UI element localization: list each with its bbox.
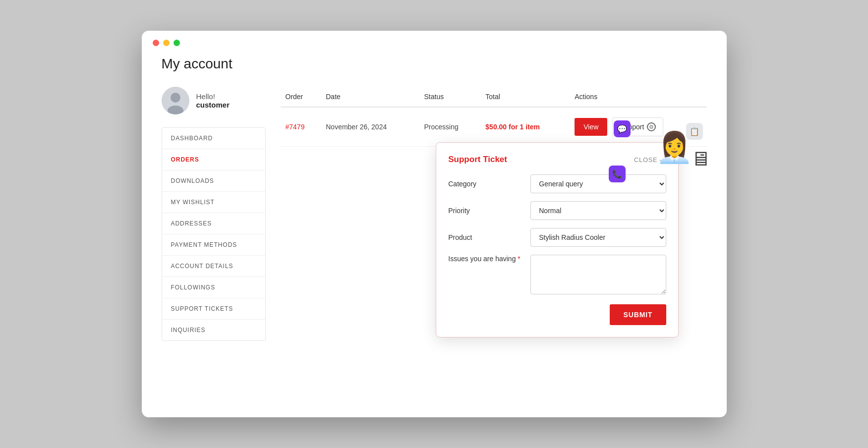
nav-menu: DASHBOARD ORDERS DOWNLOADS MY WISHLIST A… xyxy=(162,127,266,341)
product-row: Product Stylish Radius Cooler Other Prod… xyxy=(448,228,666,247)
actions-cell: View Support ⚙ 💬 xyxy=(575,117,701,136)
support-button-label: Support xyxy=(620,123,644,131)
issues-row: Issues you are having * xyxy=(448,255,666,294)
sidebar-item-account-details[interactable]: ACCOUNT DETAILS xyxy=(162,256,265,277)
title-bar xyxy=(142,31,727,51)
computer: 🖥 xyxy=(691,148,710,170)
username: customer xyxy=(196,101,230,109)
priority-row: Priority Low Normal High Urgent xyxy=(448,201,666,220)
app-window: My account Hello! customer DASHBOARD xyxy=(142,31,727,417)
sidebar-item-payment-methods[interactable]: PAYMENT METHODS xyxy=(162,234,265,256)
sidebar-item-wishlist[interactable]: MY WISHLIST xyxy=(162,192,265,213)
col-date: Date xyxy=(321,87,419,107)
col-status: Status xyxy=(419,87,481,107)
document-icon: 📋 xyxy=(686,123,703,140)
category-select[interactable]: General query Technical issue Billing Ot… xyxy=(530,174,666,193)
user-info: Hello! customer xyxy=(196,92,230,109)
priority-label: Priority xyxy=(448,207,522,215)
content-area: Hello! customer DASHBOARD ORDERS DOWNLOA… xyxy=(142,87,727,341)
sidebar-item-orders[interactable]: ORDERS xyxy=(162,149,265,170)
sidebar: Hello! customer DASHBOARD ORDERS DOWNLOA… xyxy=(162,87,266,341)
product-label: Product xyxy=(448,233,522,241)
orders-table: Order Date Status Total Actions #7479 No… xyxy=(281,87,707,147)
required-marker: * xyxy=(518,255,520,263)
order-number[interactable]: #7479 xyxy=(286,123,305,131)
order-total: $50.00 for 1 item xyxy=(485,123,540,131)
greeting: Hello! xyxy=(196,92,230,101)
main-content: Order Date Status Total Actions #7479 No… xyxy=(281,87,707,341)
close-dot[interactable] xyxy=(153,40,159,46)
svg-point-1 xyxy=(171,93,180,103)
sidebar-item-addresses[interactable]: ADDRESSES xyxy=(162,213,265,234)
minimize-dot[interactable] xyxy=(163,40,170,46)
table-row: #7479 November 26, 2024 Processing $50.0… xyxy=(281,107,707,147)
priority-select[interactable]: Low Normal High Urgent xyxy=(530,201,666,220)
sidebar-item-support-tickets[interactable]: SUPPORT TICKETS xyxy=(162,298,265,320)
order-date: November 26, 2024 xyxy=(321,107,419,147)
panel-title: Support Ticket xyxy=(448,155,507,165)
close-button[interactable]: CLOSE — xyxy=(634,156,666,164)
sidebar-item-dashboard[interactable]: DASHBOARD xyxy=(162,128,265,149)
panel-header: Support Ticket CLOSE — xyxy=(448,155,666,165)
category-label: Category xyxy=(448,180,522,188)
maximize-dot[interactable] xyxy=(174,40,180,46)
sidebar-item-inquiries[interactable]: INQUIRIES xyxy=(162,320,265,340)
category-row: Category General query Technical issue B… xyxy=(448,174,666,193)
issues-label: Issues you are having * xyxy=(448,255,522,263)
support-ticket-panel: 💬 📋 📞 👩‍💼 🖥 Support Ticket xyxy=(436,142,679,337)
issues-textarea[interactable] xyxy=(530,255,666,294)
avatar xyxy=(162,87,189,114)
sidebar-item-downloads[interactable]: DOWNLOADS xyxy=(162,170,265,192)
col-actions: Actions xyxy=(570,87,706,107)
col-total: Total xyxy=(480,87,570,107)
user-profile: Hello! customer xyxy=(162,87,266,114)
product-select[interactable]: Stylish Radius Cooler Other Product xyxy=(530,228,666,247)
submit-button[interactable]: SUBMIT xyxy=(610,304,667,325)
view-button[interactable]: View xyxy=(575,118,607,136)
page-title: My account xyxy=(142,51,727,87)
panel-footer: SUBMIT xyxy=(448,304,666,325)
support-icon: ⚙ xyxy=(647,122,656,131)
col-order: Order xyxy=(281,87,321,107)
support-button[interactable]: Support ⚙ xyxy=(612,117,663,136)
order-status: Processing xyxy=(419,107,481,147)
sidebar-item-followings[interactable]: FOLLOWINGS xyxy=(162,277,265,298)
